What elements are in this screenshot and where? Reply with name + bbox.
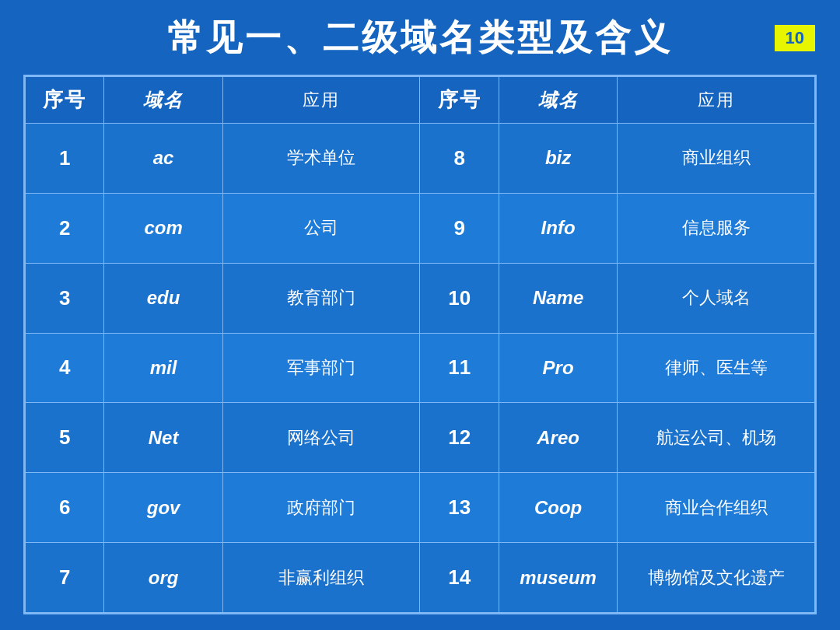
table-cell: 非赢利组织 [222, 543, 420, 613]
table-row: 7org非赢利组织14museum博物馆及文化遗产 [26, 543, 815, 613]
table-cell: 13 [420, 473, 499, 543]
table-cell: Areo [499, 403, 617, 473]
domain-table: 序号 域名 应用 序号 域名 应用 1ac学术单位8biz商业组织2com公司9… [25, 76, 815, 613]
table-cell: museum [499, 543, 617, 613]
table-cell: 网络公司 [222, 403, 420, 473]
table-cell: 学术单位 [222, 124, 420, 194]
table-cell: gov [104, 473, 222, 543]
table-cell: 教育部门 [222, 263, 420, 333]
table-cell: biz [499, 124, 617, 194]
title-row: 常见一、二级域名类型及含义 10 [23, 14, 817, 62]
table-cell: 1 [26, 124, 104, 194]
table-cell: Info [499, 193, 617, 263]
table-cell: 7 [26, 543, 104, 613]
header-domain1: 域名 [104, 77, 222, 124]
page-title: 常见一、二级域名类型及含义 [167, 14, 673, 62]
table-cell: 2 [26, 193, 104, 263]
table-cell: 5 [26, 403, 104, 473]
slide: 常见一、二级域名类型及含义 10 序号 域名 应用 序号 域名 应用 1ac学术… [0, 0, 840, 630]
table-cell: 11 [420, 333, 499, 403]
table-cell: 商业组织 [618, 124, 815, 194]
header-domain2: 域名 [499, 77, 617, 124]
table-cell: 信息服务 [618, 193, 815, 263]
table-cell: ac [104, 124, 222, 194]
table-cell: 6 [26, 473, 104, 543]
table-cell: 12 [420, 403, 499, 473]
table-cell: org [104, 543, 222, 613]
table-cell: 个人域名 [618, 263, 815, 333]
table-cell: edu [104, 263, 222, 333]
table-cell: 8 [420, 124, 499, 194]
table-cell: 军事部门 [222, 333, 420, 403]
header-usage1: 应用 [222, 77, 420, 124]
table-row: 1ac学术单位8biz商业组织 [26, 124, 815, 194]
table-cell: 3 [26, 263, 104, 333]
table-cell: 4 [26, 333, 104, 403]
header-usage2: 应用 [618, 77, 815, 124]
table-cell: Net [104, 403, 222, 473]
table-cell: Name [499, 263, 617, 333]
table-row: 2com公司9Info信息服务 [26, 193, 815, 263]
table-cell: 9 [420, 193, 499, 263]
table-cell: 10 [420, 263, 499, 333]
table-row: 3edu教育部门10Name个人域名 [26, 263, 815, 333]
header-num2: 序号 [420, 77, 499, 124]
table-cell: 政府部门 [222, 473, 420, 543]
table-row: 4mil军事部门11Pro律师、医生等 [26, 333, 815, 403]
table-row: 6gov政府部门13Coop商业合作组织 [26, 473, 815, 543]
table-cell: 律师、医生等 [618, 333, 815, 403]
table-cell: Coop [499, 473, 617, 543]
table-cell: mil [104, 333, 222, 403]
table-cell: 博物馆及文化遗产 [618, 543, 815, 613]
table-row: 5Net网络公司12Areo航运公司、机场 [26, 403, 815, 473]
table-cell: Pro [499, 333, 617, 403]
table-container: 序号 域名 应用 序号 域名 应用 1ac学术单位8biz商业组织2com公司9… [23, 75, 817, 614]
table-header-row: 序号 域名 应用 序号 域名 应用 [26, 77, 815, 124]
table-cell: 14 [420, 543, 499, 613]
table-cell: 公司 [222, 193, 420, 263]
header-num1: 序号 [26, 77, 104, 124]
table-cell: com [104, 193, 222, 263]
page-badge: 10 [773, 23, 817, 53]
table-cell: 商业合作组织 [618, 473, 815, 543]
table-cell: 航运公司、机场 [618, 403, 815, 473]
